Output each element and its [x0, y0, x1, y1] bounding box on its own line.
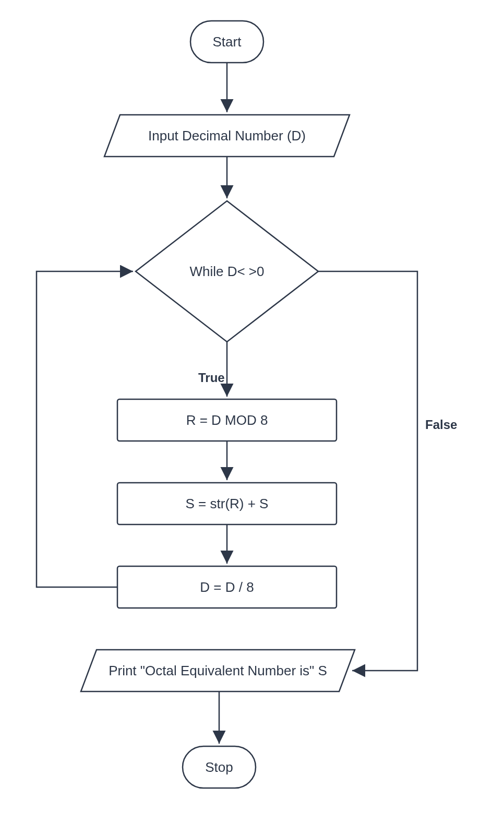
proc1-label: R = D MOD 8	[117, 399, 337, 441]
true-label: True	[198, 371, 225, 385]
proc2-label: S = str(R) + S	[117, 483, 337, 524]
decision-label: While D< >0	[157, 245, 297, 297]
output-label: Print "Octal Equivalent Number is" S	[86, 650, 350, 691]
edge-decision-output-false	[318, 271, 417, 671]
false-label: False	[425, 418, 457, 432]
input-label: Input Decimal Number (D)	[110, 115, 344, 157]
stop-label: Stop	[183, 746, 256, 788]
proc3-label: D = D / 8	[117, 566, 337, 608]
start-label: Start	[190, 21, 263, 63]
